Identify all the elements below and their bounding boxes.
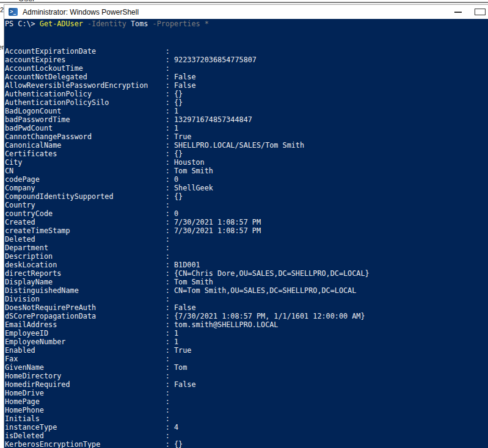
property-row: Enabled : True xyxy=(5,346,488,355)
property-name: Company : xyxy=(5,184,174,192)
property-name: Initials : xyxy=(5,414,174,423)
property-name: Enabled : xyxy=(5,346,174,355)
property-value: Tom xyxy=(174,363,187,372)
property-value: {} xyxy=(174,98,183,107)
property-name: HomePhone : xyxy=(5,406,174,414)
property-value: 7/30/2021 1:08:57 PM xyxy=(174,226,261,235)
property-row: EmployeeID : 1 xyxy=(5,329,488,338)
property-value: 132971674857344847 xyxy=(174,115,252,124)
property-name: HomeDirectory : xyxy=(5,372,174,380)
property-row: DisplayName : Tom Smith xyxy=(5,278,488,286)
title-bar[interactable]: > Administrator: Windows PowerShell xyxy=(4,5,488,19)
property-row: Division : xyxy=(5,295,488,303)
command-segment: -Properties * xyxy=(148,20,208,28)
command-line: PS C:\> Get-ADUser -Identity Toms -Prope… xyxy=(5,20,488,28)
property-row: AuthenticationPolicySilo : {} xyxy=(5,98,488,107)
property-row: DoesNotRequirePreAuth : False xyxy=(5,303,488,312)
powershell-window: > Administrator: Windows PowerShell PS C… xyxy=(4,4,488,448)
powershell-icon: > xyxy=(9,8,18,16)
property-row: CanonicalName : SHELLPRO.LOCAL/SALES/Tom… xyxy=(5,141,488,150)
property-name: codePage : xyxy=(5,175,174,184)
property-row: Fax : xyxy=(5,355,488,363)
property-value: True xyxy=(174,132,191,141)
property-name: EmployeeID : xyxy=(5,329,174,338)
property-value: 1 xyxy=(174,329,178,338)
property-row: HomePhone : xyxy=(5,406,488,414)
property-row: GivenName : Tom xyxy=(5,363,488,372)
property-name: directReports : xyxy=(5,269,174,278)
property-name: City : xyxy=(5,158,174,167)
minimize-icon xyxy=(454,12,462,13)
property-name: Country : xyxy=(5,201,174,209)
powershell-underscore-glyph xyxy=(13,14,16,15)
command-segment: -Identity xyxy=(83,20,131,28)
property-value: Houston xyxy=(174,158,205,167)
property-value: 0 xyxy=(174,175,178,184)
property-row: Deleted : xyxy=(5,235,488,244)
property-value: 7/30/2021 1:08:57 PM xyxy=(174,218,261,226)
minimize-button[interactable] xyxy=(448,5,468,19)
property-value: CN=Tom Smith,OU=SALES,DC=SHELLPRO,DC=LOC… xyxy=(174,286,356,295)
property-value: ShellGeek xyxy=(174,184,213,192)
property-row: EmployeeNumber : 1 xyxy=(5,338,488,346)
property-value: {} xyxy=(174,150,183,158)
property-name: dSCorePropagationData : xyxy=(5,312,174,320)
property-value: True xyxy=(174,346,191,355)
property-row: AuthenticationPolicy : {} xyxy=(5,90,488,98)
property-row: Created : 7/30/2021 1:08:57 PM xyxy=(5,218,488,226)
property-row: deskLocation : B1D001 xyxy=(5,261,488,269)
property-name: countryCode : xyxy=(5,209,174,218)
property-name: DistinguishedName : xyxy=(5,286,174,295)
property-name: KerberosEncryptionType : xyxy=(5,440,174,448)
property-name: EmployeeNumber : xyxy=(5,338,174,346)
property-name: AccountLockoutTime : xyxy=(5,64,174,73)
property-value: B1D001 xyxy=(174,261,200,269)
property-row: HomedirRequired : False xyxy=(5,380,488,389)
background-text-fragment: User xyxy=(18,0,35,3)
property-name: HomeDrive : xyxy=(5,389,174,397)
property-row: City : Houston xyxy=(5,158,488,167)
property-row: CannotChangePassword : True xyxy=(5,132,488,141)
property-name: Deleted : xyxy=(5,235,174,244)
property-value: 1 xyxy=(174,124,178,132)
property-name: CanonicalName : xyxy=(5,141,174,150)
property-value: 1 xyxy=(174,107,178,115)
maximize-button[interactable] xyxy=(475,5,488,19)
property-name: GivenName : xyxy=(5,363,174,372)
property-row: AccountExpirationDate : xyxy=(5,47,488,56)
property-row: Certificates : {} xyxy=(5,150,488,158)
property-name: Description : xyxy=(5,252,174,261)
command-segment: Get-ADUser xyxy=(40,20,83,28)
property-list: AccountExpirationDate : accountExpires :… xyxy=(5,47,488,448)
property-name: AuthenticationPolicySilo : xyxy=(5,98,174,107)
property-row: HomeDrive : xyxy=(5,389,488,397)
property-value: Tom Smith xyxy=(174,278,213,286)
property-value: 9223372036854775807 xyxy=(174,56,257,64)
property-value: False xyxy=(174,380,196,389)
property-value: Tom Smith xyxy=(174,167,213,175)
property-row: accountExpires : 9223372036854775807 xyxy=(5,56,488,64)
property-row: Company : ShellGeek xyxy=(5,184,488,192)
property-value: {} xyxy=(174,90,183,98)
property-row: AccountNotDelegated : False xyxy=(5,73,488,81)
property-value: {} xyxy=(174,440,183,448)
property-value: False xyxy=(174,73,196,81)
property-name: Created : xyxy=(5,218,174,226)
property-value: 0 xyxy=(174,209,178,218)
console-output[interactable]: PS C:\> Get-ADUser -Identity Toms -Prope… xyxy=(4,20,488,448)
property-row: EmailAddress : tom.smith@SHELLPRO.LOCAL xyxy=(5,320,488,329)
property-name: Certificates : xyxy=(5,150,174,158)
property-row: Description : xyxy=(5,252,488,261)
property-name: Department : xyxy=(5,244,174,252)
property-name: EmailAddress : xyxy=(5,320,174,329)
property-row: createTimeStamp : 7/30/2021 1:08:57 PM xyxy=(5,226,488,235)
property-row: CN : Tom Smith xyxy=(5,167,488,175)
property-name: badPwdCount : xyxy=(5,124,174,132)
property-name: createTimeStamp : xyxy=(5,226,174,235)
property-name: Division : xyxy=(5,295,174,303)
property-name: AuthenticationPolicy : xyxy=(5,90,174,98)
property-row: dSCorePropagationData : {7/30/2021 1:08:… xyxy=(5,312,488,320)
property-name: AllowReversiblePasswordEncryption : xyxy=(5,81,174,90)
property-row: AccountLockoutTime : xyxy=(5,64,488,73)
property-row: Initials : xyxy=(5,414,488,423)
